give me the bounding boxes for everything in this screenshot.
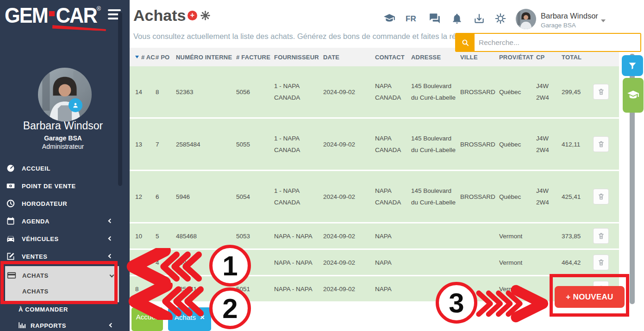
cell-contact: NAPA CANADA: [375, 171, 411, 222]
tab-achats[interactable]: Achats×: [168, 307, 211, 331]
close-tab-icon[interactable]: ×: [200, 313, 205, 322]
column-header[interactable]: # ACHAT: [130, 54, 156, 61]
nouveau-button[interactable]: + NOUVEAU: [555, 286, 625, 308]
person-icon: [72, 102, 79, 109]
column-header[interactable]: PROV/ÉTAT: [499, 54, 536, 61]
table-row[interactable]: 94789195052NAPA - NAPA2024-09-02NAPAVerm…: [130, 250, 619, 275]
download-icon[interactable]: [473, 13, 485, 25]
column-header[interactable]: DATE: [323, 54, 375, 61]
app-logo[interactable]: GEMCAR®: [5, 3, 125, 31]
cell-cp: J4W 2W4: [536, 171, 562, 222]
user-avatar[interactable]: [516, 9, 536, 29]
table-row[interactable]: 1485236350561 - NAPA CANADA2024-09-02NAP…: [130, 66, 619, 117]
cell-ville: BROSSARD: [460, 66, 499, 117]
cell-interne: 485468: [176, 223, 236, 248]
column-header[interactable]: ADRESSE: [411, 54, 460, 61]
cell-ville: BROSSARD: [460, 119, 499, 170]
filter-button[interactable]: [622, 55, 643, 76]
cell-date: 2024-09-02: [323, 66, 375, 117]
gauge-icon: [6, 164, 15, 173]
profile-status-badge: [69, 98, 82, 112]
graduation-cap-icon: [627, 89, 639, 102]
cell-prov: Québec: [499, 66, 536, 117]
column-header[interactable]: TOTAL: [562, 54, 589, 61]
calendar-icon: [6, 216, 15, 226]
cell-fournisseur: NAPA - NAPA: [274, 223, 323, 248]
sidebar-subitem-a-commander[interactable]: À COMMANDER: [19, 306, 68, 313]
cell-interne: 52363: [176, 66, 236, 117]
graduation-cap-icon[interactable]: [383, 13, 395, 25]
search-icon: [461, 38, 469, 47]
settings-gear-icon[interactable]: [494, 13, 506, 25]
search-input[interactable]: [475, 34, 640, 51]
cell-achat: 10: [130, 223, 156, 248]
table-body: 1485236350561 - NAPA CANADA2024-09-02NAP…: [130, 66, 619, 303]
chevron-left-icon: [108, 254, 113, 259]
sidebar-item-point-de-vente[interactable]: POINT DE VENTE: [0, 177, 119, 195]
cell-date: 2024-09-02: [323, 223, 375, 248]
cell-po: 8: [156, 66, 176, 117]
delete-row-button[interactable]: [593, 228, 609, 244]
sidebar-item-accueil[interactable]: ACCUEIL: [0, 159, 119, 177]
bell-icon[interactable]: [451, 13, 463, 25]
chat-icon[interactable]: [429, 13, 441, 25]
language-selector[interactable]: FR: [406, 14, 416, 24]
cell-cp: [536, 250, 562, 275]
tutorial-button[interactable]: [623, 78, 644, 113]
cell-interne: 525641: [176, 276, 236, 301]
column-header[interactable]: # FACTURE: [236, 54, 274, 61]
sidebar-item-achats-group[interactable]: ACHATS: [5, 266, 119, 285]
cell-po: 6: [156, 171, 176, 222]
trash-icon: [597, 232, 605, 240]
cell-po: 5: [156, 223, 176, 248]
sidebar-item-vehicules[interactable]: VÉHICULES: [0, 230, 119, 248]
trash-icon: [597, 140, 605, 148]
sidebar-item-horodateur[interactable]: HORODATEUR: [0, 195, 119, 212]
table-row[interactable]: 137258548450551 - NAPA CANADA2024-09-02N…: [130, 119, 619, 170]
column-header[interactable]: NUMÉRO INTERNE: [176, 54, 236, 61]
tab-accueil[interactable]: Accueil: [131, 307, 163, 331]
column-header[interactable]: # PO: [156, 54, 176, 61]
delete-row-button[interactable]: [593, 189, 609, 204]
search-box: [455, 33, 641, 52]
cell-total: 299,45: [562, 66, 589, 117]
table-row[interactable]: 1054854685053NAPA - NAPA2024-09-02NAPAVe…: [130, 223, 619, 248]
cell-achat: 8: [130, 276, 156, 301]
column-header[interactable]: VILLE: [460, 54, 499, 61]
cell-contact: NAPA CANADA: [375, 66, 411, 117]
cell-facture: 5051: [236, 276, 274, 301]
cell-facture: 5053: [236, 223, 274, 248]
table-row[interactable]: 835256415051NAPA - NAPA2024-09-02NAPAVer…: [130, 276, 619, 301]
cell-interne: 5946: [176, 171, 236, 222]
search-button[interactable]: [456, 34, 475, 51]
cell-prov: Vermont: [499, 223, 536, 248]
sidebar-item-ventes[interactable]: VENTES: [0, 248, 119, 265]
chevron-down-icon: [110, 273, 114, 278]
delete-row-button[interactable]: [593, 84, 609, 100]
delete-row-button[interactable]: [593, 255, 609, 270]
profile-avatar[interactable]: [38, 68, 92, 121]
cell-fournisseur: 1 - NAPA CANADA: [274, 171, 323, 222]
user-menu-name[interactable]: Barbara Windsor: [541, 12, 598, 20]
cell-date: 2024-09-02: [323, 119, 375, 170]
caret-down-icon[interactable]: [601, 19, 606, 25]
cell-po: 7: [156, 119, 176, 170]
page-settings-gear-icon[interactable]: [200, 10, 211, 21]
bar-chart-icon: [18, 321, 26, 330]
cell-achat: 13: [130, 119, 156, 170]
delete-row-button[interactable]: [593, 136, 609, 152]
column-header[interactable]: CONTACT: [375, 54, 411, 61]
sidebar-item-agenda[interactable]: AGENDA: [0, 212, 119, 230]
cell-ville: [460, 223, 499, 248]
sidebar-subitem-rapports[interactable]: RAPPORTS: [0, 317, 119, 331]
sidebar-subitem-achats[interactable]: ACHATS: [22, 288, 49, 295]
column-header[interactable]: CP: [536, 54, 562, 61]
table-row[interactable]: 126594650541 - NAPA CANADA2024-09-02NAPA…: [130, 171, 619, 222]
profile-role: Administrateur: [0, 143, 126, 150]
cell-adresse: 145 Boulevard du Curé-Labelle: [411, 171, 460, 222]
add-icon[interactable]: +: [188, 11, 197, 20]
cell-cp: J4W 2W4: [536, 119, 562, 170]
column-header[interactable]: FOURNISSEUR: [274, 54, 323, 61]
clock-icon: [6, 199, 15, 208]
cell-total: 373,85: [562, 223, 589, 248]
